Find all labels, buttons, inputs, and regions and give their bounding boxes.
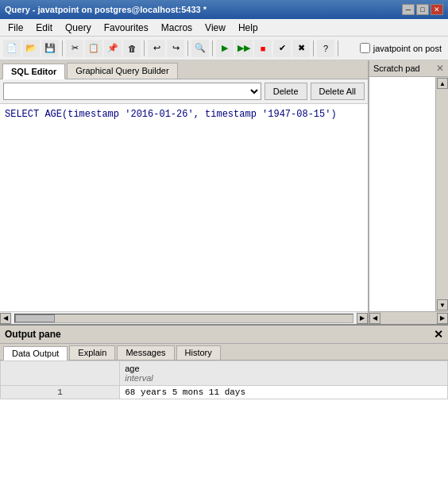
cut-button[interactable]: ✂ — [66, 40, 83, 57]
undo-button[interactable]: ↩ — [148, 40, 165, 57]
maximize-button[interactable]: □ — [416, 4, 429, 15]
redo-button[interactable]: ↪ — [167, 40, 184, 57]
toolbar-sep-1 — [62, 40, 63, 56]
toolbar-sep-4 — [212, 40, 213, 56]
commit-button[interactable]: ✔ — [273, 40, 291, 57]
scratch-pad-close-button[interactable]: ✕ — [436, 63, 444, 74]
menu-bar: File Edit Query Favourites Macros View H… — [0, 19, 448, 37]
scratch-pad-panel: Scratch pad ✕ ▲ ▼ ◀ ▶ — [369, 60, 448, 324]
run-explain-button[interactable]: ▶▶ — [235, 40, 253, 57]
table-row-num-header — [1, 361, 120, 386]
scratch-pad-title: Scratch pad — [373, 64, 420, 73]
scratch-pad-content[interactable] — [369, 77, 435, 311]
toolbar-sep-5 — [313, 40, 314, 56]
scratch-pad-hscroll[interactable]: ◀ ▶ — [369, 311, 448, 324]
toolbar-sep-3 — [187, 40, 188, 56]
scroll-left-arrow[interactable]: ◀ — [0, 313, 11, 324]
scratch-scroll-down[interactable]: ▼ — [437, 299, 448, 310]
data-table: ageinterval 1 68 years 5 mons 11 days — [0, 360, 448, 399]
title-controls: ─ □ ✕ — [402, 4, 443, 15]
tab-sql-editor[interactable]: SQL Editor — [2, 64, 65, 79]
scroll-thumb[interactable] — [15, 314, 55, 322]
scratch-hscroll-right[interactable]: ▶ — [437, 313, 448, 324]
editor-tab-bar: SQL Editor Graphical Query Builder — [0, 60, 368, 79]
server-info: javatpoint on post — [360, 43, 445, 53]
output-tab-bar: Data Output Explain Messages History — [0, 344, 448, 360]
copy-button[interactable]: 📋 — [85, 40, 102, 57]
menu-edit[interactable]: Edit — [31, 21, 57, 34]
tab-graphical-query[interactable]: Graphical Query Builder — [67, 63, 177, 79]
delete-button[interactable]: Delete — [265, 83, 307, 100]
delete-all-button[interactable]: Delete All — [311, 83, 365, 100]
menu-macros[interactable]: Macros — [156, 21, 197, 34]
scratch-scroll-up[interactable]: ▲ — [437, 78, 448, 89]
help-toolbar-button[interactable]: ? — [317, 40, 334, 57]
tab-data-output[interactable]: Data Output — [3, 346, 68, 360]
menu-view[interactable]: View — [200, 21, 230, 34]
toolbar: 📄 📂 💾 ✂ 📋 📌 🗑 ↩ ↪ 🔍 ▶ ▶▶ ■ ✔ ✖ ? javatpo… — [0, 37, 448, 60]
server-checkbox[interactable] — [360, 43, 370, 53]
rollback-button[interactable]: ✖ — [292, 40, 310, 57]
scroll-track[interactable] — [14, 314, 353, 323]
server-label: javatpoint on post — [373, 44, 442, 53]
scroll-right-arrow[interactable]: ▶ — [357, 313, 368, 324]
tab-history[interactable]: History — [176, 345, 221, 360]
clear-button[interactable]: 🗑 — [123, 40, 141, 57]
table-cell-age-value: 68 years 5 mons 11 days — [120, 386, 448, 399]
table-row-num-1: 1 — [1, 386, 120, 399]
scratch-pad-header: Scratch pad ✕ — [369, 60, 448, 77]
search-button[interactable]: 🔍 — [191, 40, 209, 57]
minimize-button[interactable]: ─ — [402, 4, 415, 15]
window-title: Query - javatpoint on postgres@localhost… — [5, 5, 207, 14]
output-pane-header: Output pane ✕ — [0, 326, 448, 344]
scratch-hscroll-track[interactable] — [382, 314, 435, 323]
new-file-button[interactable]: 📄 — [3, 40, 21, 57]
toolbar-sep-6 — [338, 40, 338, 56]
open-file-button[interactable]: 📂 — [22, 40, 40, 57]
run-button[interactable]: ▶ — [216, 40, 234, 57]
tab-explain[interactable]: Explain — [69, 345, 115, 360]
data-table-area: ageinterval 1 68 years 5 mons 11 days — [0, 360, 448, 478]
table-row: 1 68 years 5 mons 11 days — [1, 386, 448, 399]
menu-favourites[interactable]: Favourites — [99, 21, 153, 34]
editor-h-scrollbar[interactable]: ◀ ▶ — [0, 311, 368, 324]
output-pane-title: Output pane — [5, 329, 61, 340]
scratch-hscroll-left[interactable]: ◀ — [369, 313, 380, 324]
save-file-button[interactable]: 💾 — [41, 40, 59, 57]
toolbar-sep-2 — [144, 40, 145, 56]
menu-help[interactable]: Help — [234, 21, 263, 34]
sql-content: SELECT AGE(timestamp '2016-01-26', times… — [5, 109, 337, 120]
table-col-age: ageinterval — [120, 361, 448, 386]
query-toolbar: Delete Delete All — [0, 79, 368, 104]
query-select-dropdown[interactable] — [3, 83, 261, 100]
scratch-pad-inner: ▲ ▼ — [369, 77, 448, 311]
stop-button[interactable]: ■ — [254, 40, 272, 57]
paste-button[interactable]: 📌 — [104, 40, 122, 57]
tab-messages[interactable]: Messages — [117, 345, 174, 360]
output-pane-close-button[interactable]: ✕ — [434, 328, 443, 341]
editor-area: SQL Editor Graphical Query Builder Delet… — [0, 60, 369, 324]
menu-query[interactable]: Query — [60, 21, 96, 34]
scratch-vscroll-track[interactable] — [436, 90, 448, 299]
main-content: SQL Editor Graphical Query Builder Delet… — [0, 60, 448, 324]
title-bar: Query - javatpoint on postgres@localhost… — [0, 0, 448, 19]
close-button[interactable]: ✕ — [431, 4, 443, 15]
output-pane: Output pane ✕ Data Output Explain Messag… — [0, 324, 448, 478]
sql-editor[interactable]: SELECT AGE(timestamp '2016-01-26', times… — [0, 104, 368, 311]
scratch-pad-vscroll[interactable]: ▲ ▼ — [435, 77, 448, 311]
menu-file[interactable]: File — [3, 21, 28, 34]
